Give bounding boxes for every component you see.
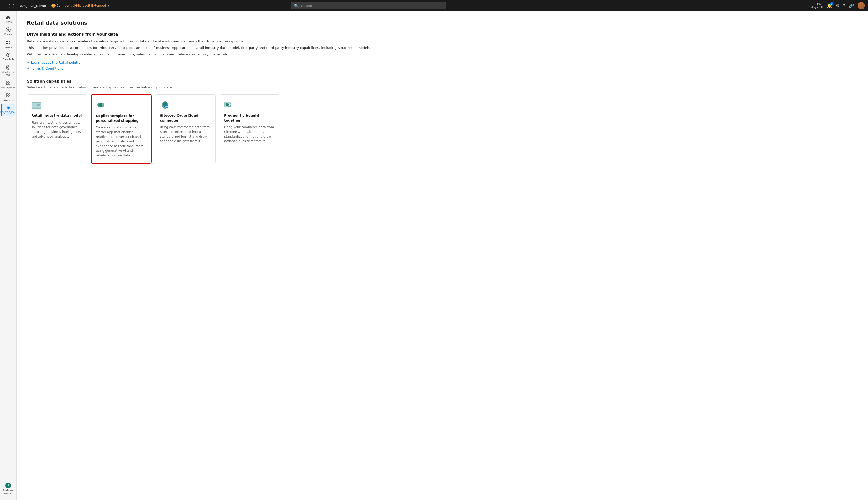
chevron-down-icon[interactable]: ▾ <box>108 4 109 7</box>
svg-point-9 <box>7 66 10 69</box>
sidebar-item-browse[interactable]: Browse <box>1 38 15 50</box>
card-retail-industry[interactable]: Retail industry data model Plan, archite… <box>27 94 87 163</box>
search-input[interactable] <box>301 4 443 8</box>
avatar[interactable] <box>858 2 865 9</box>
notification-badge: 1 <box>830 2 833 6</box>
topbar-separator: | <box>48 4 49 8</box>
card-sitecore-ordercloud-desc: Bring your commerce data from Sitecore O… <box>160 125 211 144</box>
rds-rds-demo-icon <box>6 105 11 110</box>
description-3: With this, retailers can develop real-ti… <box>27 52 858 57</box>
sidebar-item-rds-rds-demo[interactable]: RDS_RDS_Demo <box>1 104 15 115</box>
sidebar-item-data-hub[interactable]: Data hub <box>1 51 15 62</box>
confidential-label: 🔒 Confidential\Microsoft Extended <box>51 4 106 8</box>
sidebar-item-monitoring-hub-label: Monitoring hub <box>2 71 15 77</box>
search-icon: 🔍 <box>294 3 299 8</box>
sidebar-item-business-solutions-label: Business Solutions <box>2 489 15 494</box>
svg-rect-11 <box>7 81 8 82</box>
waffle-menu-icon[interactable]: ⋮⋮⋮ <box>3 3 15 8</box>
sidebar-item-workspaces-label: Workspaces <box>1 86 15 89</box>
trial-info: Trial: 59 days left <box>807 2 823 10</box>
page-title: Retail data solutions <box>27 20 858 26</box>
card-frequently-bought-title: Frequently bought together <box>224 113 275 123</box>
share-icon[interactable]: 🔗 <box>849 3 854 8</box>
search-bar[interactable]: 🔍 <box>291 2 446 9</box>
sidebar-item-data-hub-label: Data hub <box>3 58 14 61</box>
monitoring-hub-icon <box>6 65 11 70</box>
card-copilot-template[interactable]: Copilot template for personalized shoppi… <box>91 94 151 163</box>
svg-rect-5 <box>7 43 8 44</box>
sitecore-icon <box>160 100 170 110</box>
terms-conditions-link[interactable]: Terms & Conditions <box>31 66 63 70</box>
settings-icon[interactable]: ⚙ <box>836 3 839 8</box>
app-name-label: RDS_RDS_Demo <box>19 4 46 8</box>
svg-rect-26 <box>37 104 40 106</box>
sidebar-item-browse-label: Browse <box>4 46 13 48</box>
card-sitecore-ordercloud[interactable]: Sitecore OrderCloud connector Bring your… <box>155 94 216 163</box>
svg-rect-14 <box>9 83 10 84</box>
svg-rect-24 <box>33 105 37 105</box>
sidebar-bottom: Business Solutions <box>1 481 15 498</box>
browse-icon <box>6 40 11 45</box>
svg-point-8 <box>8 54 9 56</box>
svg-rect-12 <box>9 81 10 82</box>
confidential-icon: 🔒 <box>51 4 56 8</box>
svg-point-10 <box>8 67 9 68</box>
svg-rect-23 <box>33 104 36 104</box>
svg-rect-37 <box>225 104 228 105</box>
svg-point-29 <box>99 103 102 107</box>
intro-title: Drive insights and actions from your dat… <box>27 32 858 37</box>
svg-rect-16 <box>9 94 10 95</box>
sidebar: Home Create Browse Data hub Monitoring h… <box>0 11 16 500</box>
workspaces-icon <box>6 80 11 85</box>
svg-rect-25 <box>33 106 36 106</box>
svg-rect-13 <box>7 83 8 84</box>
sidebar-item-home[interactable]: Home <box>1 13 15 25</box>
link-item-terms: Terms & Conditions <box>27 66 858 71</box>
capabilities-subtitle: Select each capability to learn about it… <box>27 85 858 89</box>
svg-point-20 <box>8 107 10 109</box>
links-list: Learn about the Retail solution Terms & … <box>27 60 858 71</box>
card-copilot-template-title: Copilot template for personalized shoppi… <box>96 113 147 123</box>
topbar: ⋮⋮⋮ RDS_RDS_Demo | 🔒 Confidential\Micros… <box>0 0 868 11</box>
sidebar-item-monitoring-hub[interactable]: Monitoring hub <box>1 64 15 78</box>
topbar-right: Trial: 59 days left 🔔 1 ⚙ ? 🔗 <box>807 2 865 10</box>
sidebar-item-workspaces[interactable]: Workspaces <box>1 79 15 90</box>
svg-rect-4 <box>9 41 10 42</box>
svg-rect-3 <box>7 41 8 42</box>
card-frequently-bought[interactable]: Frequently bought together Bring your co… <box>220 94 280 163</box>
home-icon <box>6 15 11 20</box>
main-layout: Home Create Browse Data hub Monitoring h… <box>0 11 868 500</box>
notification-icon[interactable]: 🔔 1 <box>827 3 832 8</box>
link-item-retail: Learn about the Retail solution <box>27 60 858 65</box>
svg-rect-17 <box>7 96 8 97</box>
card-frequently-bought-desc: Bring your commerce data from Sitecore O… <box>224 125 275 144</box>
sidebar-item-create[interactable]: Create <box>1 26 15 37</box>
frequently-bought-icon <box>224 100 235 110</box>
svg-rect-36 <box>225 103 227 104</box>
rds-workspace-icon <box>6 93 11 98</box>
learn-retail-link[interactable]: Learn about the Retail solution <box>31 60 82 64</box>
help-icon[interactable]: ? <box>843 3 845 8</box>
copilot-icon <box>96 100 106 110</box>
app-name: RDS_RDS_Demo | 🔒 Confidential\Microsoft … <box>19 4 109 8</box>
svg-rect-38 <box>225 105 228 106</box>
data-hub-icon <box>6 53 11 57</box>
sidebar-item-home-label: Home <box>4 20 12 23</box>
sidebar-item-business-solutions[interactable]: Business Solutions <box>1 481 15 496</box>
description-2: This solution provides data connectors f… <box>27 45 858 51</box>
card-retail-industry-title: Retail industry data model <box>31 113 83 118</box>
svg-rect-6 <box>9 43 10 44</box>
capabilities-grid: Retail industry data model Plan, archite… <box>27 94 280 163</box>
card-sitecore-ordercloud-title: Sitecore OrderCloud connector <box>160 113 211 123</box>
svg-rect-40 <box>229 104 231 105</box>
capabilities-title: Solution capabilities <box>27 79 858 84</box>
description-1: Retail data solutions enables retailers … <box>27 39 858 44</box>
svg-rect-18 <box>9 96 10 97</box>
sidebar-item-rds-workspace[interactable]: RDSWorkspace <box>1 92 15 103</box>
sidebar-item-rds-rds-demo-label: RDS_RDS_Demo <box>0 111 16 114</box>
sidebar-item-create-label: Create <box>4 33 12 36</box>
sidebar-item-rds-workspace-label: RDSWorkspace <box>0 99 16 101</box>
business-solutions-icon <box>5 483 11 488</box>
card-copilot-template-desc: Conversational commerce starter app that… <box>96 125 147 158</box>
create-icon <box>6 27 11 32</box>
